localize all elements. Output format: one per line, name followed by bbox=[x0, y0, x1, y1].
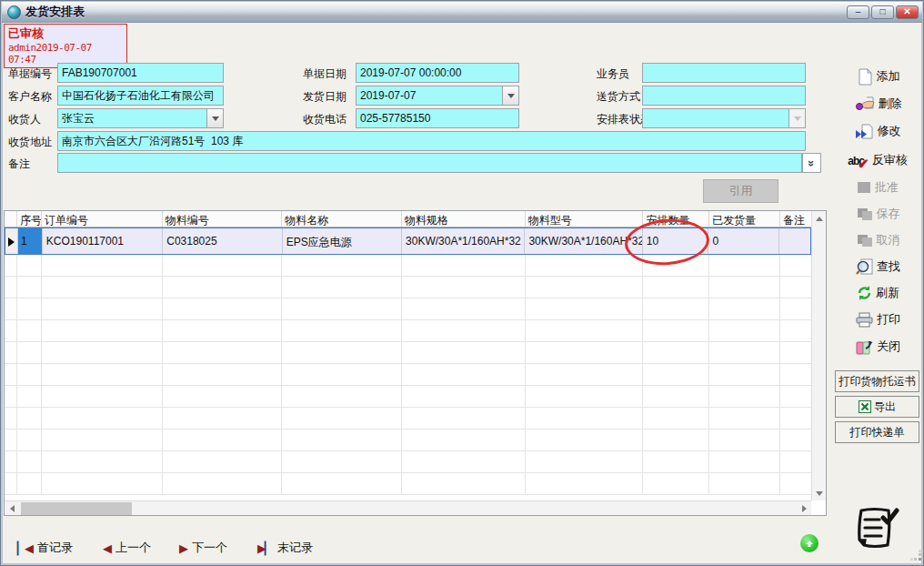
column-header[interactable]: 物料规格 bbox=[402, 211, 526, 227]
refresh-arrows-icon bbox=[856, 285, 873, 301]
doc-no-label: 单据编号 bbox=[8, 66, 52, 82]
add-button[interactable]: 添加 bbox=[834, 65, 921, 88]
delivery-method-input[interactable] bbox=[642, 86, 806, 106]
previous-record-button[interactable]: ◀ 上一个 bbox=[103, 540, 151, 556]
audit-status-text: 已审核 bbox=[8, 25, 123, 42]
approve-button: 批准 bbox=[834, 176, 921, 199]
record-navigation-bar: ▏◀ 首记录 ◀ 上一个 ▶ 下一个 ▶▏ 末记录 bbox=[1, 514, 924, 565]
cell-spec[interactable]: 30KW/30A*1/160AH*32 bbox=[402, 228, 525, 254]
chevron-down-icon bbox=[794, 116, 801, 121]
column-header[interactable]: 已发货量 bbox=[709, 211, 780, 227]
unaudit-button[interactable]: abc✔ 反审核 bbox=[834, 148, 921, 172]
address-input[interactable] bbox=[57, 131, 806, 151]
first-record-button[interactable]: ▏◀ 首记录 bbox=[17, 540, 73, 556]
quote-button[interactable]: 引用 bbox=[703, 179, 778, 203]
remark-expand-button[interactable]: » bbox=[802, 153, 821, 173]
first-record-icon: ▏◀ bbox=[17, 541, 32, 555]
cancel-pages-icon bbox=[856, 233, 874, 248]
next-record-icon: ▶ bbox=[179, 541, 186, 555]
empty-grid-row bbox=[5, 320, 811, 342]
row-selector-cell bbox=[5, 228, 18, 254]
current-row-arrow-icon bbox=[8, 238, 15, 247]
remark-label: 备注 bbox=[8, 157, 30, 172]
close-form-button[interactable]: 关闭 bbox=[834, 335, 921, 359]
ship-date-dropdown-button[interactable] bbox=[502, 86, 519, 106]
abc-check-icon: abc✔ bbox=[848, 152, 869, 168]
triangle-right-icon bbox=[802, 505, 807, 512]
scroll-up-button[interactable] bbox=[812, 211, 827, 226]
empty-grid-row bbox=[5, 473, 811, 495]
column-header[interactable]: 物料编号 bbox=[163, 211, 283, 227]
print-express-button[interactable]: 打印快递单 bbox=[835, 421, 919, 443]
close-book-icon bbox=[855, 339, 874, 356]
last-record-button[interactable]: ▶▏ 末记录 bbox=[257, 540, 313, 556]
plan-state-input bbox=[642, 108, 788, 128]
customer-input[interactable] bbox=[57, 86, 224, 106]
empty-grid-row bbox=[5, 451, 811, 473]
column-header[interactable]: 序号 bbox=[17, 211, 42, 227]
app-window: 发货安排表 – □ ✕ 已审核 admin2019-07-07 07:47 单据… bbox=[0, 0, 924, 566]
remark-input[interactable] bbox=[57, 153, 802, 173]
last-record-icon: ▶▏ bbox=[257, 541, 272, 555]
ship-date-label: 发货日期 bbox=[303, 89, 346, 105]
column-header[interactable]: 安排数量 bbox=[643, 211, 709, 227]
grid-horizontal-scrollbar[interactable] bbox=[5, 500, 811, 515]
cell-order-no[interactable]: KCO190117001 bbox=[43, 228, 163, 254]
cell-material-no[interactable]: C0318025 bbox=[163, 228, 282, 254]
delivery-label: 送货方式 bbox=[597, 89, 640, 105]
detail-grid: 序号 订单编号 物料编号 物料名称 物料规格 物料型号 安排数量 已发货量 备注… bbox=[4, 210, 827, 516]
maximize-button[interactable]: □ bbox=[871, 5, 894, 19]
plan-state-dropdown-button bbox=[788, 108, 806, 128]
export-button[interactable]: 导出 bbox=[835, 396, 919, 418]
receiver-input[interactable] bbox=[57, 108, 206, 128]
chevron-down-icon bbox=[507, 94, 515, 98]
window-title: 发货安排表 bbox=[25, 4, 85, 20]
column-header[interactable]: 物料型号 bbox=[526, 211, 644, 227]
modify-button[interactable]: 修改 bbox=[834, 119, 921, 143]
doc-date-input[interactable] bbox=[356, 63, 519, 83]
resize-grip[interactable] bbox=[910, 550, 922, 561]
column-header[interactable]: 备注 bbox=[780, 211, 811, 227]
excel-icon bbox=[859, 400, 871, 413]
ship-date-input[interactable] bbox=[356, 86, 502, 106]
double-chevron-down-icon: » bbox=[805, 159, 819, 166]
grid-empty-rows bbox=[5, 255, 811, 495]
cell-seq[interactable]: 1 bbox=[18, 228, 43, 254]
row-selector-header bbox=[5, 211, 17, 227]
find-button[interactable]: 查找 bbox=[834, 255, 921, 278]
grid-header-row: 序号 订单编号 物料编号 物料名称 物料规格 物料型号 安排数量 已发货量 备注 bbox=[5, 211, 811, 227]
print-button[interactable]: 打印 bbox=[834, 308, 921, 331]
scroll-down-button[interactable] bbox=[812, 486, 827, 500]
refresh-button[interactable]: 刷新 bbox=[834, 281, 921, 305]
empty-grid-row bbox=[5, 298, 811, 320]
cancel-button: 取消 bbox=[834, 228, 921, 252]
empty-grid-row bbox=[5, 408, 811, 430]
sync-status-icon bbox=[800, 534, 819, 552]
cell-material-name[interactable]: EPS应急电源 bbox=[283, 228, 402, 254]
column-header[interactable]: 物料名称 bbox=[282, 211, 402, 227]
printer-icon bbox=[855, 312, 874, 328]
print-waybill-button[interactable]: 打印货物托运书 bbox=[835, 370, 919, 392]
customer-label: 客户名称 bbox=[8, 89, 52, 105]
cell-remark[interactable] bbox=[779, 228, 810, 254]
phone-label: 收货电话 bbox=[303, 112, 346, 127]
cell-model[interactable]: 30KW/30A*1/160AH*32 bbox=[525, 228, 642, 254]
doc-date-label: 单据日期 bbox=[303, 66, 346, 82]
grid-vertical-scrollbar[interactable] bbox=[811, 211, 826, 500]
horizontal-scroll-thumb[interactable] bbox=[21, 502, 132, 515]
doc-no-input[interactable] bbox=[57, 63, 224, 83]
app-icon bbox=[7, 5, 21, 19]
delete-button[interactable]: 删除 bbox=[834, 92, 921, 116]
salesman-input[interactable] bbox=[642, 63, 806, 83]
previous-record-icon: ◀ bbox=[103, 541, 110, 555]
minimize-button[interactable]: – bbox=[847, 5, 869, 19]
cell-planned-qty[interactable]: 10 bbox=[643, 228, 709, 254]
document-check-icon bbox=[852, 505, 899, 554]
receiver-dropdown-button[interactable] bbox=[206, 108, 224, 128]
table-row-selected[interactable]: 1 KCO190117001 C0318025 EPS应急电源 30KW/30A… bbox=[5, 227, 811, 255]
column-header[interactable]: 订单编号 bbox=[42, 211, 163, 227]
next-record-button[interactable]: ▶ 下一个 bbox=[179, 540, 227, 556]
phone-input[interactable] bbox=[356, 108, 519, 128]
cell-shipped-qty[interactable]: 0 bbox=[708, 228, 779, 254]
close-button[interactable]: ✕ bbox=[896, 5, 919, 19]
